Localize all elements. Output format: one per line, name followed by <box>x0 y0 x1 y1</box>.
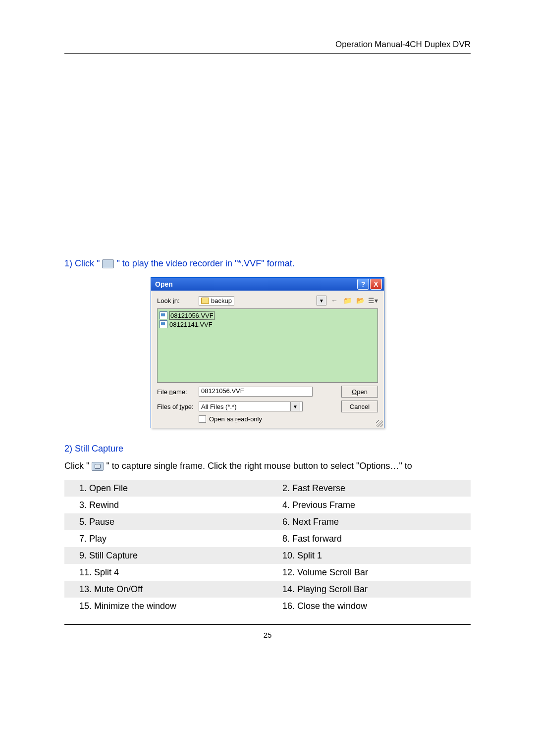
page-header: Operation Manual-4CH Duplex DVR <box>64 40 471 54</box>
dialog-titlebar: Open ? X <box>151 278 384 291</box>
legend-cell: 1. Open File <box>64 480 268 497</box>
lookin-dropdown-arrow[interactable]: ▼ <box>317 296 326 305</box>
table-row: 13. Mute On/Off 14. Playing Scroll Bar <box>64 581 471 598</box>
file-icon <box>160 311 167 319</box>
back-icon[interactable]: ← <box>329 296 339 305</box>
new-folder-icon[interactable]: 📂 <box>355 296 365 305</box>
camera-icon <box>92 462 104 471</box>
dialog-body: Look in: backup ▼ ← 📁 📂 ☰▾ 08121056.VVF <box>151 291 384 428</box>
table-row: 9. Still Capture 10. Split 1 <box>64 547 471 564</box>
dialog-toolbar: ▼ ← 📁 📂 ☰▾ <box>317 296 378 305</box>
legend-cell: 2. Fast Reverse <box>268 480 471 497</box>
table-row: 7. Play 8. Fast forward <box>64 530 471 547</box>
readonly-checkbox[interactable] <box>199 415 206 423</box>
legend-cell: 5. Pause <box>64 513 268 530</box>
legend-cell: 4. Previous Frame <box>268 497 471 513</box>
legend-table: 1. Open File 2. Fast Reverse 3. Rewind 4… <box>64 480 471 614</box>
capture-suffix: " to capture single frame. Click the rig… <box>106 461 412 471</box>
lookin-row: Look in: backup ▼ ← 📁 📂 ☰▾ <box>157 296 378 305</box>
legend-cell: 7. Play <box>64 530 268 547</box>
titlebar-buttons: ? X <box>357 279 382 290</box>
legend-cell: 10. Split 1 <box>268 547 471 564</box>
open-button[interactable]: Open <box>341 386 378 398</box>
file-icon <box>160 320 167 328</box>
legend-cell: 13. Mute On/Off <box>64 581 268 598</box>
lookin-dropdown[interactable]: backup <box>199 296 234 305</box>
filename-label: File name: <box>157 388 196 396</box>
table-row: 11. Split 4 12. Volume Scroll Bar <box>64 564 471 581</box>
filetype-arrow-icon[interactable]: ▼ <box>290 402 300 411</box>
file-item[interactable]: 08121141.VVF <box>160 320 375 329</box>
filetype-row: Files of type: All Files (*.*) ▼ Cancel <box>157 401 378 412</box>
table-row: 1. Open File 2. Fast Reverse <box>64 480 471 497</box>
footer-rule <box>64 624 471 625</box>
help-button[interactable]: ? <box>357 279 369 290</box>
legend-cell: 14. Playing Scroll Bar <box>268 581 471 598</box>
legend-cell: 8. Fast forward <box>268 530 471 547</box>
close-button[interactable]: X <box>370 279 382 290</box>
legend-cell: 6. Next Frame <box>268 513 471 530</box>
filetype-dropdown[interactable]: All Files (*.*) ▼ <box>199 402 303 411</box>
file-name: 08121056.VVF <box>169 311 214 320</box>
step1-prefix: 1) Click " <box>64 258 102 268</box>
page-number: 25 <box>64 631 471 639</box>
capture-prefix: Click " <box>64 461 89 471</box>
up-folder-icon[interactable]: 📁 <box>342 296 352 305</box>
table-row: 15. Minimize the window 16. Close the wi… <box>64 598 471 614</box>
folder-icon <box>201 298 209 304</box>
open-file-icon <box>102 259 114 268</box>
step1-suffix: " to play the video recorder in "*.VVF" … <box>116 258 294 268</box>
lookin-label: Look in: <box>157 297 196 304</box>
file-item-selected[interactable]: 08121056.VVF <box>160 311 375 320</box>
filename-input[interactable]: 08121056.VVF <box>199 387 313 397</box>
table-row: 3. Rewind 4. Previous Frame <box>64 497 471 513</box>
legend-cell: 15. Minimize the window <box>64 598 268 614</box>
legend-cell: 9. Still Capture <box>64 547 268 564</box>
filename-row: File name: 08121056.VVF Open <box>157 386 378 398</box>
legend-cell: 11. Split 4 <box>64 564 268 581</box>
open-dialog: Open ? X Look in: backup ▼ ← 📁 📂 ☰▾ <box>151 277 384 428</box>
step2-heading: 2) Still Capture <box>64 442 471 455</box>
view-menu-icon[interactable]: ☰▾ <box>368 296 378 305</box>
legend-cell: 16. Close the window <box>268 598 471 614</box>
step1-text: 1) Click " " to play the video recorder … <box>64 257 471 270</box>
readonly-label: Open as read-only <box>209 415 262 423</box>
resize-grip-icon[interactable] <box>376 420 383 427</box>
table-row: 5. Pause 6. Next Frame <box>64 513 471 530</box>
file-list[interactable]: 08121056.VVF 08121141.VVF <box>157 308 378 383</box>
filetype-label: Files of type: <box>157 403 196 410</box>
file-name: 08121141.VVF <box>169 321 213 328</box>
legend-cell: 3. Rewind <box>64 497 268 513</box>
dialog-title: Open <box>155 280 173 288</box>
legend-cell: 12. Volume Scroll Bar <box>268 564 471 581</box>
lookin-folder: backup <box>211 297 232 304</box>
readonly-row: Open as read-only <box>199 415 378 423</box>
capture-instruction: Click " " to capture single frame. Click… <box>64 459 471 473</box>
cancel-button[interactable]: Cancel <box>341 401 378 412</box>
